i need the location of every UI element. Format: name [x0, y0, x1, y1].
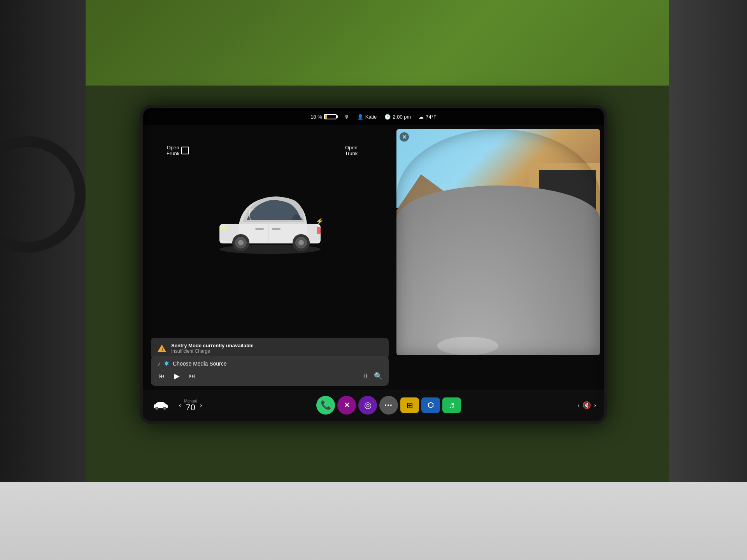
weather-icon: ☁ [419, 114, 424, 120]
tesla-screen: 18 % 🎙 👤 Katie 🕑 2:00 pm ☁ 74°F [140, 105, 607, 424]
frunk-label-text: OpenFrunk [167, 145, 179, 156]
battery-percent: 18 % [310, 114, 322, 120]
svg-point-17 [156, 408, 158, 409]
phone-icon: 📞 [321, 400, 331, 410]
media-controls: ⏮ ▶ ⏭ ⁞⁞ 🔍 [157, 370, 382, 382]
svg-rect-3 [255, 228, 264, 230]
trunk-label-text: OpenTrunk [345, 145, 358, 156]
taskbar-icons: 📞 ✕ ◎ ••• ⊞ ⬡ ♬ [316, 396, 461, 415]
equalizer-icon[interactable]: ⁞⁞ [363, 372, 368, 380]
vol-right-button[interactable]: › [594, 402, 596, 408]
temperature-display: 74°F [426, 114, 437, 120]
clock-indicator: 🕑 2:00 pm [384, 114, 411, 120]
car-home-button[interactable] [151, 396, 170, 415]
left-panel: OpenFrunk OpenTrunk [143, 125, 396, 390]
bluetooth-icon: ✱ [164, 360, 169, 367]
camera-close-button[interactable]: ✕ [400, 132, 409, 142]
media-player[interactable]: ♪ ✱ Choose Media Source ⏮ ▶ ⏭ ⁞⁞ 🔍 [151, 356, 389, 386]
svg-point-7 [238, 240, 244, 245]
phone-button[interactable]: 📞 [316, 396, 335, 415]
prev-track-button[interactable]: ⏮ [157, 371, 167, 381]
sentry-warning-subtitle: Insufficient Charge [171, 348, 254, 354]
car-taskbar-icon [153, 401, 168, 410]
svg-rect-4 [272, 228, 281, 230]
car-svg: ⚡ [208, 177, 332, 255]
grid-icon: ⊞ [407, 401, 413, 410]
camera-view: ✕ [396, 129, 600, 355]
open-trunk-button[interactable]: OpenTrunk [345, 145, 358, 156]
search-icon[interactable]: 🔍 [374, 372, 382, 380]
grid-button[interactable]: ⊞ [400, 397, 419, 413]
right-panel: ✕ [396, 125, 604, 390]
clock-icon: 🕑 [384, 114, 391, 120]
play-button[interactable]: ▶ [173, 370, 181, 382]
music-note-icon: ♪ [157, 360, 160, 367]
media-source-label[interactable]: Choose Media Source [173, 360, 227, 367]
mic-indicator: 🎙 [344, 114, 349, 120]
camera-fisheye-overlay [396, 129, 600, 355]
main-content: OpenFrunk OpenTrunk [143, 125, 604, 390]
battery-indicator: 18 % [310, 114, 337, 120]
temp-display: Manual 70 [184, 399, 197, 412]
media-top-row: ♪ ✱ Choose Media Source [157, 360, 382, 367]
temp-increase-button[interactable]: › [198, 399, 203, 412]
camera-image [396, 129, 600, 355]
user-indicator: 👤 Katie [357, 114, 377, 120]
battery-bar [324, 114, 337, 119]
temp-value-display: 70 [184, 403, 197, 412]
spotify-button[interactable]: ♬ [442, 397, 461, 413]
sentry-text-container: Sentry Mode currently unavailable Insuff… [171, 343, 254, 354]
teslacam-icon: ✕ [344, 401, 350, 410]
warning-icon: ! [157, 344, 167, 353]
mic-icon: 🎙 [344, 114, 349, 120]
open-frunk-button[interactable]: OpenFrunk [167, 145, 179, 156]
bluetooth-icon: ⬡ [428, 401, 434, 410]
svg-point-18 [164, 408, 165, 409]
weather-indicator: ☁ 74°F [419, 114, 437, 120]
svg-rect-11 [317, 227, 321, 234]
temperature-control: ‹ Manual 70 › [177, 399, 203, 412]
user-name: Katie [365, 114, 377, 120]
bluetooth-button[interactable]: ⬡ [421, 397, 440, 413]
battery-fill [325, 115, 327, 119]
sentry-warning-banner: ! Sentry Mode currently unavailable Insu… [151, 338, 389, 359]
teslacam-button[interactable]: ✕ [337, 396, 356, 415]
svg-text:!: ! [161, 347, 163, 352]
mute-icon[interactable]: 🔇 [582, 401, 591, 410]
taskbar: ‹ Manual 70 › 📞 ✕ ◎ ••• ⊞ [143, 390, 604, 421]
vol-left-button[interactable]: ‹ [578, 402, 580, 408]
time-display: 2:00 pm [393, 114, 411, 120]
more-button[interactable]: ••• [379, 396, 398, 415]
svg-point-10 [298, 240, 304, 245]
user-icon: 👤 [357, 114, 363, 120]
next-track-button[interactable]: ⏭ [188, 371, 197, 381]
spotify-icon: ♬ [449, 400, 455, 410]
temp-decrease-button[interactable]: ‹ [177, 399, 182, 412]
svg-text:⚡: ⚡ [316, 217, 324, 225]
status-bar: 18 % 🎙 👤 Katie 🕑 2:00 pm ☁ 74°F [143, 108, 604, 125]
cam-button[interactable]: ◎ [358, 396, 377, 415]
vehicle-area: OpenFrunk OpenTrunk [151, 133, 389, 307]
bottom-console [0, 482, 747, 560]
dots-icon: ••• [385, 402, 393, 408]
cam-icon: ◎ [364, 400, 372, 410]
sentry-warning-title: Sentry Mode currently unavailable [171, 343, 254, 348]
car-visualization: ⚡ [208, 177, 332, 263]
volume-control: ‹ 🔇 › [578, 401, 596, 410]
